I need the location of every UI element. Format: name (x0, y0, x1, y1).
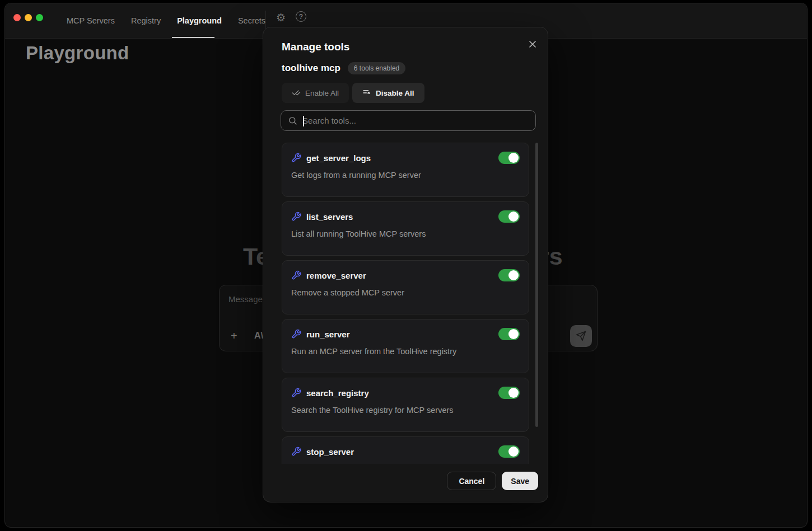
search-tools-box (281, 110, 536, 131)
disable-all-label: Disable All (376, 89, 414, 97)
toggle-knob (508, 447, 519, 457)
enable-all-label: Enable All (305, 89, 339, 97)
toggle-knob (508, 270, 519, 280)
nav-mcp-servers[interactable]: MCP Servers (67, 16, 115, 25)
tool-name: stop_server (306, 447, 354, 457)
traffic-lights (13, 14, 43, 21)
active-tab-underline (172, 37, 214, 38)
page-title: Playground (26, 43, 129, 64)
help-icon[interactable]: ? (296, 11, 306, 22)
tool-card: remove_server Remove a stopped MCP serve… (282, 260, 529, 314)
toggle-knob (508, 388, 519, 398)
dialog-title: Manage tools (282, 41, 349, 53)
font-icon[interactable]: A\ (254, 331, 263, 340)
search-icon (288, 116, 297, 125)
toggle-knob (508, 329, 519, 339)
tool-description: Get logs from a running MCP server (291, 171, 520, 180)
wrench-icon (291, 447, 301, 457)
tool-description: Run an MCP server from the ToolHive regi… (291, 347, 520, 356)
bulk-actions: Enable All Disable All (282, 83, 424, 103)
tool-description: Remove a stopped MCP server (291, 288, 520, 297)
wrench-icon (291, 329, 301, 339)
wrench-icon (291, 153, 301, 163)
tool-toggle[interactable] (498, 210, 520, 223)
scrollbar-thumb[interactable] (535, 143, 538, 427)
wrench-icon (291, 270, 301, 280)
toggle-knob (508, 212, 519, 222)
send-paper-plane-icon (576, 331, 586, 341)
maximize-window-button[interactable] (36, 14, 43, 21)
toggle-knob (508, 153, 519, 163)
server-row: toolhive mcp 6 tools enabled (282, 62, 405, 74)
nav-secrets[interactable]: Secrets (238, 16, 265, 25)
tool-card: run_server Run an MCP server from the To… (282, 319, 529, 373)
tool-toggle[interactable] (498, 445, 520, 458)
close-window-button[interactable] (13, 14, 21, 21)
text-caret (303, 116, 304, 126)
send-button[interactable] (570, 325, 592, 347)
list-x-icon (362, 88, 371, 97)
tool-name: get_server_logs (306, 153, 371, 163)
check-check-icon (292, 88, 301, 97)
dialog-footer: Cancel Save (447, 472, 538, 490)
tool-description: Search the ToolHive registry for MCP ser… (291, 406, 520, 415)
composer-placeholder: Message C (228, 294, 268, 304)
wrench-icon (291, 388, 301, 398)
manage-tools-dialog: Manage tools toolhive mcp 6 tools enable… (263, 27, 548, 502)
enable-all-button[interactable]: Enable All (282, 83, 349, 103)
tool-card: search_registry Search the ToolHive regi… (282, 378, 529, 432)
tool-name: run_server (306, 330, 350, 339)
tool-name: search_registry (306, 388, 369, 398)
disable-all-button[interactable]: Disable All (352, 83, 424, 103)
nav-playground[interactable]: Playground (177, 16, 222, 25)
tool-card: get_server_logs Get logs from a running … (282, 143, 529, 197)
tool-card: list_servers List all running ToolHive M… (282, 201, 529, 256)
tool-name: remove_server (306, 271, 366, 280)
app-window: MCP Servers Registry Playground Secrets … (4, 3, 808, 528)
save-button[interactable]: Save (502, 472, 538, 490)
tool-list[interactable]: get_server_logs Get logs from a running … (282, 143, 529, 464)
screen: MCP Servers Registry Playground Secrets … (0, 0, 812, 531)
wrench-icon (291, 212, 301, 222)
tool-toggle[interactable] (498, 328, 520, 340)
cancel-button[interactable]: Cancel (447, 472, 496, 490)
tool-toggle[interactable] (498, 152, 520, 164)
search-tools-input[interactable] (301, 115, 529, 126)
attach-plus-icon[interactable]: + (231, 330, 237, 341)
tools-enabled-badge: 6 tools enabled (348, 62, 405, 74)
nav-registry[interactable]: Registry (131, 16, 161, 25)
minimize-window-button[interactable] (25, 14, 32, 21)
tool-card: stop_server (282, 436, 529, 464)
main-nav: MCP Servers Registry Playground Secrets (67, 3, 265, 38)
settings-gear-icon[interactable]: ⚙ (276, 12, 286, 23)
tool-name: list_servers (306, 212, 353, 222)
tool-toggle[interactable] (498, 387, 520, 399)
tool-toggle[interactable] (498, 269, 520, 281)
tool-description: List all running ToolHive MCP servers (291, 229, 520, 238)
close-icon[interactable] (527, 39, 538, 50)
server-name: toolhive mcp (282, 63, 340, 74)
